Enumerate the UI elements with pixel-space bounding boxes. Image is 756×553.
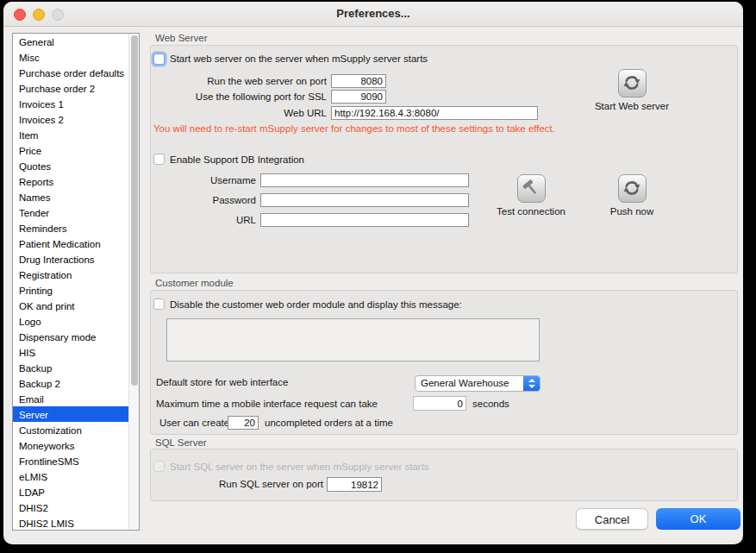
sidebar-item-customization[interactable]: Customization xyxy=(13,422,139,437)
sidebar-item-misc[interactable]: Misc xyxy=(13,49,139,65)
sidebar-item-frontlinesms[interactable]: FrontlineSMS xyxy=(13,453,139,468)
password-input[interactable] xyxy=(260,193,469,207)
support-url-label: URL xyxy=(151,215,256,225)
sidebar-item-moneyworks[interactable]: Moneyworks xyxy=(13,437,139,453)
sql-port-label: Run SQL server on port xyxy=(151,479,323,489)
username-label: Username xyxy=(151,175,256,185)
web-url-input[interactable] xyxy=(331,106,538,120)
sidebar-item-backup[interactable]: Backup xyxy=(13,360,139,375)
sidebar-item-registration[interactable]: Registration xyxy=(13,267,139,282)
sidebar-item-item[interactable]: Item xyxy=(13,127,139,142)
sidebar-item-dhis2-lmis[interactable]: DHIS2 LMIS xyxy=(13,515,139,531)
web-server-section-title: Web Server xyxy=(155,33,208,43)
start-web-server-label: Start web server on the server when mSup… xyxy=(170,53,428,64)
start-web-server-button[interactable]: Start Web server xyxy=(592,69,672,111)
hammer-icon xyxy=(517,174,546,203)
sidebar-item-dispensary-mode[interactable]: Dispensary mode xyxy=(13,329,139,344)
titlebar: Preferences... xyxy=(3,2,743,27)
sidebar-item-ok-and-print[interactable]: OK and print xyxy=(13,298,139,313)
sync-arrows-icon xyxy=(618,174,647,203)
sidebar-item-elmis[interactable]: eLMIS xyxy=(13,468,139,484)
customer-message-textarea[interactable] xyxy=(166,318,540,361)
sidebar-item-logo[interactable]: Logo xyxy=(13,313,139,329)
start-web-server-button-label: Start Web server xyxy=(592,101,672,111)
ssl-port-input[interactable] xyxy=(331,90,386,104)
sidebar-item-dhis2[interactable]: DHIS2 xyxy=(13,500,139,515)
start-web-server-checkbox[interactable] xyxy=(153,53,165,65)
test-connection-button[interactable]: Test connection xyxy=(491,174,571,217)
sidebar-item-email[interactable]: Email xyxy=(13,391,139,406)
sidebar-item-his[interactable]: HIS xyxy=(13,344,139,360)
start-sql-server-label: Start SQL server on the server when mSup… xyxy=(170,462,429,472)
chevron-up-down-icon xyxy=(523,376,540,391)
sidebar-item-server[interactable]: Server xyxy=(13,406,139,422)
web-server-box: Start web server on the server when mSup… xyxy=(150,45,738,273)
ok-button[interactable]: OK xyxy=(656,508,740,530)
sidebar-item-general[interactable]: General xyxy=(13,34,139,49)
customer-module-section-title: Customer module xyxy=(155,278,234,288)
enable-support-db-checkbox[interactable] xyxy=(153,154,165,165)
disable-customer-module-checkbox[interactable] xyxy=(153,298,165,310)
sidebar-item-quotes[interactable]: Quotes xyxy=(13,158,139,173)
sidebar-item-price[interactable]: Price xyxy=(13,142,139,158)
sidebar-item-tender[interactable]: Tender xyxy=(13,204,139,220)
sidebar-item-reminders[interactable]: Reminders xyxy=(13,220,139,236)
preferences-window: Preferences... GeneralMiscPurchase order… xyxy=(3,2,743,544)
web-port-input[interactable] xyxy=(331,74,386,88)
sync-arrows-icon xyxy=(618,69,647,97)
cancel-button[interactable]: Cancel xyxy=(576,508,648,530)
sidebar-item-printing[interactable]: Printing xyxy=(13,282,139,298)
default-store-value: General Warehouse xyxy=(421,378,509,388)
sidebar-list: GeneralMiscPurchase order defaultsPurcha… xyxy=(12,33,140,531)
disable-customer-module-label: Disable the customer web order module an… xyxy=(170,299,462,310)
sidebar-item-invoices-2[interactable]: Invoices 2 xyxy=(13,111,139,127)
customer-module-box: Disable the customer web order module an… xyxy=(150,290,738,435)
max-time-label: Maximum time a mobile interface request … xyxy=(156,399,378,409)
max-time-input[interactable] xyxy=(413,396,466,411)
orders-count-input[interactable] xyxy=(228,416,259,430)
test-connection-button-label: Test connection xyxy=(491,206,571,217)
orders-prefix-label: User can create xyxy=(159,418,229,428)
sidebar-item-drug-interactions[interactable]: Drug Interactions xyxy=(13,251,139,267)
sql-server-section-title: SQL Server xyxy=(155,437,207,448)
support-url-input[interactable] xyxy=(260,213,469,227)
default-store-label: Default store for web interface xyxy=(156,377,288,387)
sidebar-item-patient-medication[interactable]: Patient Medication xyxy=(13,236,139,251)
scrollbar-thumb[interactable] xyxy=(131,35,138,386)
sidebar-scrollbar[interactable] xyxy=(128,34,139,530)
password-label: Password xyxy=(151,195,256,205)
sidebar-item-purchase-order-2[interactable]: Purchase order 2 xyxy=(13,80,139,96)
sql-port-input[interactable] xyxy=(327,477,382,492)
sql-server-box: Start SQL server on the server when mSup… xyxy=(150,449,738,501)
sidebar-item-backup-2[interactable]: Backup 2 xyxy=(13,375,139,391)
push-now-button[interactable]: Push now xyxy=(592,174,672,217)
sidebar-item-purchase-order-defaults[interactable]: Purchase order defaults xyxy=(13,65,139,80)
max-time-unit-label: seconds xyxy=(472,399,509,409)
ssl-port-label: Use the following port for SSL xyxy=(151,91,327,102)
window-title: Preferences... xyxy=(3,7,743,20)
orders-suffix-label: uncompleted orders at a time xyxy=(265,418,393,428)
sidebar-item-names[interactable]: Names xyxy=(13,189,139,204)
sidebar-item-ldap[interactable]: LDAP xyxy=(13,484,139,500)
enable-support-db-label: Enable Support DB Integration xyxy=(170,154,304,165)
default-store-dropdown[interactable]: General Warehouse xyxy=(415,375,540,392)
username-input[interactable] xyxy=(260,173,469,187)
push-now-button-label: Push now xyxy=(592,206,672,217)
sidebar-item-invoices-1[interactable]: Invoices 1 xyxy=(13,96,139,111)
start-sql-server-checkbox xyxy=(153,461,165,472)
web-port-label: Run the web server on port xyxy=(151,76,327,86)
web-url-label: Web URL xyxy=(151,108,327,118)
restart-warning-text: You will need to re-start mSupply server… xyxy=(153,123,555,134)
sidebar-item-reports[interactable]: Reports xyxy=(13,173,139,189)
